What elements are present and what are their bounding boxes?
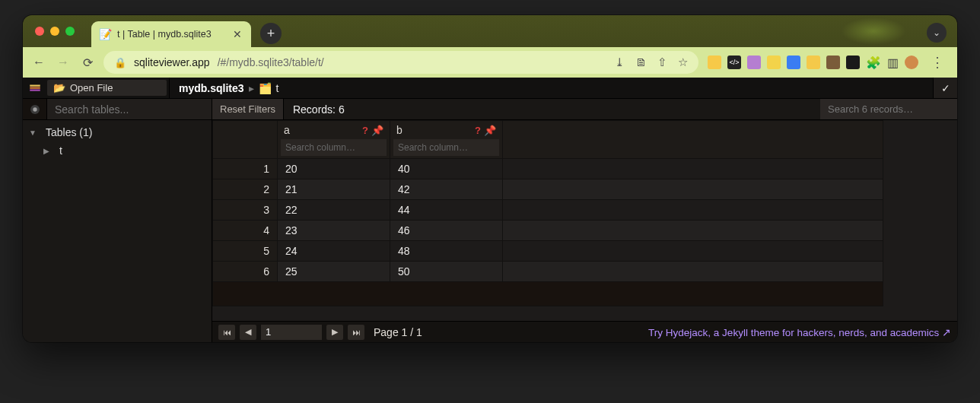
tables-tree: ▼ Tables (1) ▶ t <box>23 120 212 163</box>
window-controls <box>35 27 75 36</box>
install-app-icon[interactable]: ⤓ <box>615 56 625 69</box>
table-row[interactable]: 22142 <box>213 179 883 200</box>
chevron-right-icon: ▸ <box>249 82 254 94</box>
open-file-button[interactable]: 📂 Open File <box>47 80 167 96</box>
last-page-button[interactable]: ⏭ <box>348 325 364 340</box>
cell[interactable]: 24 <box>278 241 390 262</box>
cell[interactable]: 42 <box>390 179 503 200</box>
column-filter-input[interactable] <box>393 139 499 156</box>
check-button[interactable]: ✓ <box>933 78 957 98</box>
reset-filters-button[interactable]: Reset Filters <box>212 99 284 119</box>
extension-icon[interactable] <box>807 56 820 69</box>
cell-empty <box>503 262 883 282</box>
tab-close-button[interactable]: ✕ <box>231 28 243 40</box>
search-tables-input[interactable] <box>47 99 212 119</box>
row-number-cell: 3 <box>213 200 278 221</box>
data-grid[interactable]: a ? 📌 <box>212 120 957 321</box>
cell-empty <box>503 179 883 200</box>
table-row[interactable]: 52448 <box>213 241 883 262</box>
first-page-button[interactable]: ⏮ <box>218 325 235 340</box>
breadcrumb-db[interactable]: mydb.sqlite3 <box>179 82 244 94</box>
column-header[interactable]: b ? 📌 <box>390 121 503 159</box>
extensions-puzzle-icon[interactable]: 🧩 <box>866 56 881 70</box>
column-name: a <box>284 124 359 136</box>
extension-icon[interactable] <box>846 56 860 69</box>
cell-empty <box>503 159 883 179</box>
svg-point-4 <box>33 107 37 111</box>
tables-header: Tables (1) <box>46 126 92 138</box>
window-minimize-button[interactable] <box>50 27 59 36</box>
column-type-unknown-icon[interactable]: ? <box>362 125 368 136</box>
extension-icon[interactable] <box>708 56 721 69</box>
sidebar-app-icon[interactable] <box>23 99 47 119</box>
promo-link[interactable]: Try Hydejack, a Jekyll theme for hackers… <box>648 326 951 338</box>
url-path: /#/mydb.sqlite3/table/t/ <box>218 56 324 68</box>
cell[interactable]: 50 <box>390 262 503 282</box>
blank-row <box>213 282 883 306</box>
cell[interactable]: 40 <box>390 159 503 179</box>
bookmark-icon[interactable]: ☆ <box>678 56 688 69</box>
cell-empty <box>503 200 883 221</box>
row-number-cell: 5 <box>213 241 278 262</box>
extension-icon[interactable] <box>826 56 840 69</box>
column-name: b <box>396 124 472 136</box>
extension-icon[interactable] <box>787 56 800 69</box>
cell[interactable]: 20 <box>278 159 390 179</box>
tab-title: t | Table | mydb.sqlite3 <box>117 29 212 40</box>
lock-icon: 🔒 <box>114 57 126 68</box>
window-zoom-button[interactable] <box>65 27 75 36</box>
table-row[interactable]: 12040 <box>213 159 883 179</box>
cell[interactable]: 25 <box>278 262 390 282</box>
pin-icon[interactable]: 📌 <box>484 125 496 136</box>
search-records-input[interactable] <box>820 99 957 119</box>
records-count: Records: 6 <box>284 99 354 119</box>
extension-icon[interactable]: </> <box>727 56 741 69</box>
profile-avatar[interactable] <box>905 56 918 69</box>
page-number-input[interactable] <box>261 325 322 340</box>
breadcrumb-table[interactable]: t <box>276 82 279 94</box>
table-row[interactable]: 32244 <box>213 200 883 221</box>
tables-group[interactable]: ▼ Tables (1) <box>23 123 212 141</box>
reload-button[interactable]: ⟳ <box>81 56 94 70</box>
table-tree-item[interactable]: ▶ t <box>23 141 212 160</box>
cell[interactable]: 48 <box>390 241 503 262</box>
app-toolbar: 📂 Open File mydb.sqlite3 ▸ 🗂️ t ✓ <box>23 78 957 99</box>
pin-icon[interactable]: 📌 <box>371 125 383 136</box>
extension-icon[interactable] <box>767 56 781 69</box>
back-button[interactable]: ← <box>32 56 46 70</box>
next-page-button[interactable]: ▶ <box>326 325 343 340</box>
row-number-cell: 1 <box>213 159 278 179</box>
page-icon[interactable]: 🗎 <box>635 56 647 69</box>
forward-button[interactable]: → <box>56 56 70 70</box>
tabs-menu-button[interactable]: ⌄ <box>927 23 947 43</box>
share-icon[interactable]: ⇧ <box>657 56 667 69</box>
new-tab-button[interactable]: + <box>260 23 282 44</box>
side-panel-icon[interactable]: ▥ <box>887 56 899 70</box>
column-header-rownum <box>213 121 278 159</box>
address-bar[interactable]: 🔒 sqliteviewer.app/#/mydb.sqlite3/table/… <box>103 51 698 74</box>
table-icon: 🗂️ <box>259 82 272 94</box>
svg-rect-2 <box>30 89 40 90</box>
cell[interactable]: 23 <box>278 221 390 241</box>
column-header-empty <box>503 121 883 159</box>
browser-tab-strip: 📝 t | Table | mydb.sqlite3 ✕ + ⌄ <box>23 15 957 47</box>
tab-favicon: 📝 <box>99 28 111 40</box>
table-row[interactable]: 62550 <box>213 262 883 282</box>
column-type-unknown-icon[interactable]: ? <box>475 125 481 136</box>
window-close-button[interactable] <box>35 27 44 36</box>
svg-rect-0 <box>30 84 40 86</box>
row-number-cell: 2 <box>213 179 278 200</box>
svg-rect-1 <box>30 87 40 88</box>
column-filter-input[interactable] <box>281 139 387 156</box>
browser-menu-button[interactable]: ⋮ <box>928 54 948 71</box>
table-row[interactable]: 42346 <box>213 221 883 241</box>
prev-page-button[interactable]: ◀ <box>240 325 256 340</box>
table-name: t <box>59 144 62 157</box>
cell[interactable]: 21 <box>278 179 390 200</box>
cell[interactable]: 46 <box>390 221 503 241</box>
extension-icon[interactable] <box>747 56 761 69</box>
browser-tab[interactable]: 📝 t | Table | mydb.sqlite3 ✕ <box>91 21 251 47</box>
column-header[interactable]: a ? 📌 <box>278 121 390 159</box>
cell[interactable]: 44 <box>390 200 503 221</box>
cell[interactable]: 22 <box>278 200 390 221</box>
